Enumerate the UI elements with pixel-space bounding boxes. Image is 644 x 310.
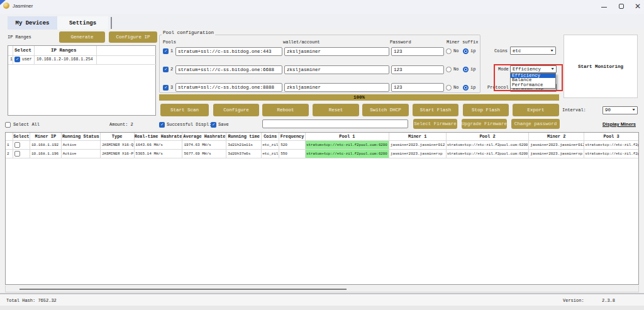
pool2-wallet-input[interactable]	[284, 65, 389, 74]
header-cell-running-time: Running time	[226, 133, 262, 140]
pool1-checkbox[interactable]: ✓	[163, 48, 169, 54]
header-cell-type: Type	[101, 133, 135, 140]
reset-button[interactable]: Reset	[313, 104, 359, 116]
display-miners-link[interactable]: Display Miners	[602, 121, 636, 127]
pool3-checkbox[interactable]: ✓	[163, 85, 169, 91]
row-checkbox[interactable]	[14, 142, 20, 148]
app-icon	[3, 3, 9, 9]
chevron-down-icon: ▼	[550, 49, 553, 53]
cell-miner1: jasminer2023.jasminerxp	[389, 150, 447, 158]
cell-rownum: 1	[6, 141, 13, 149]
pool3-suffix-no-radio[interactable]	[446, 85, 452, 91]
horizontal-scrollbar-thumb[interactable]	[19, 289, 347, 290]
table-header-row: Select Miner IP Running Status Type Real…	[6, 133, 638, 141]
horizontal-scrollbar[interactable]	[5, 285, 639, 292]
pool2-suffix-ip-label: ip	[470, 67, 475, 72]
save-checkbox[interactable]: ✓	[211, 122, 216, 128]
header-cell-rownum	[6, 133, 13, 140]
stop-flash-button[interactable]: Stop Flash	[463, 104, 509, 116]
tab-strip: My Devices Settings	[0, 14, 644, 30]
pool3-suffix-no-label: No	[453, 85, 458, 90]
pool2-checkbox[interactable]: ✓	[163, 67, 169, 72]
successful-display-checkbox[interactable]: ✓	[159, 122, 165, 128]
start-flash-button[interactable]: Start Flash	[413, 104, 458, 116]
save-label: Save	[218, 122, 229, 127]
ip-row-number: 1	[10, 57, 13, 62]
check-icon: ✓	[163, 48, 169, 54]
grid-line	[8, 64, 157, 65]
tab-settings[interactable]: Settings	[57, 16, 108, 30]
row-checkbox[interactable]	[14, 151, 20, 157]
ip-ranges-listbox[interactable]: Select IP Ranges 1 ✓ user 10.168.1.2-10.…	[8, 45, 156, 116]
cell-pool3: stratum+tcp://etc-zil.f2pool.com:6200	[584, 150, 638, 158]
bottom-strip	[0, 306, 644, 310]
cell-pool3: stratum+tcp://etc-zil.f2pool.com:6200	[584, 141, 638, 149]
pool1-suffix-no-radio[interactable]	[446, 48, 452, 54]
pool3-url-input[interactable]	[175, 83, 282, 92]
pool3-wallet-input[interactable]	[284, 83, 389, 92]
pool2-password-input[interactable]	[391, 65, 444, 74]
cell-select	[13, 150, 30, 158]
pool1-number: 1	[170, 48, 173, 53]
header-cell-miner2: Miner 2	[529, 133, 584, 140]
minimize-button[interactable]	[596, 0, 612, 12]
pool1-url-input[interactable]	[175, 47, 282, 56]
pool3-suffix-ip-radio[interactable]	[463, 85, 469, 91]
coins-select[interactable]: etc ▼	[510, 47, 556, 55]
pool2-suffix-no-radio[interactable]	[446, 67, 452, 72]
cell-rownum: 2	[6, 150, 13, 158]
interval-value: 90	[605, 108, 611, 113]
miners-table: Select Miner IP Running Status Type Real…	[5, 132, 639, 285]
cell-running-status: Active	[62, 141, 101, 149]
minimize-icon	[601, 7, 607, 8]
pool2-number: 2	[170, 67, 173, 72]
header-cell-running-status: Running Status	[62, 133, 101, 140]
export-button[interactable]: Export	[513, 104, 559, 116]
start-monitoring-button[interactable]: Start Monitoring	[564, 35, 638, 98]
pool1-wallet-input[interactable]	[284, 47, 389, 56]
cell-frequency: 550	[279, 150, 306, 158]
close-button[interactable]: ✕	[630, 0, 644, 12]
reboot-button[interactable]: Reboot	[262, 104, 309, 116]
cell-miner2: jasminer2023.jasminerxp	[529, 150, 584, 158]
pool3-suffix-ip-label: ip	[470, 85, 475, 90]
header-cell-average-hashrate: Average Hashrate	[182, 133, 226, 140]
pool2-url-input[interactable]	[175, 65, 282, 74]
header-cell-miner-ip: Miner IP	[30, 133, 62, 140]
window-title: Jasminer	[13, 3, 33, 9]
pool2-suffix-ip-radio[interactable]	[463, 67, 469, 72]
cell-miner1: jasminer2023.jasminer012	[389, 141, 447, 149]
check-icon: ✓	[159, 122, 165, 128]
ip-ranges-label: IP Ranges	[8, 35, 31, 40]
interval-select[interactable]: 90 ▼	[602, 106, 638, 114]
grid-line	[8, 55, 157, 56]
pool1-password-input[interactable]	[391, 47, 444, 56]
pools-label: Pools	[163, 40, 176, 45]
table-row: 1 10.168.1.192 Active JASMINER X16-Q 164…	[6, 141, 638, 150]
configure-button[interactable]: Configure	[213, 104, 259, 116]
cell-select	[13, 141, 30, 149]
cell-frequency: 520	[279, 141, 306, 149]
table-row: 2 10.168.1.196 Active JASMINER X16-P 536…	[6, 150, 638, 158]
configure-ip-button[interactable]: Configure IP	[109, 31, 157, 43]
pool3-password-input[interactable]	[391, 83, 444, 92]
header-cell-miner1: Miner 1	[389, 133, 447, 140]
generate-button[interactable]: Generate	[59, 31, 105, 43]
switch-dhcp-button[interactable]: Switch DHCP	[362, 104, 409, 116]
tab-my-devices[interactable]: My Devices	[8, 16, 57, 30]
change-password-button[interactable]: Change password	[511, 119, 560, 129]
ip-row-checkbox[interactable]: ✓	[14, 57, 20, 62]
tab-divider	[111, 17, 112, 29]
header-cell-coins: Coins	[262, 133, 279, 140]
cell-running-time: 3d20h37m6s	[226, 150, 262, 158]
upgrade-firmware-button[interactable]: Upgrade Firmware	[462, 119, 507, 129]
pool1-suffix-ip-radio[interactable]	[463, 48, 469, 54]
select-all-checkbox[interactable]	[5, 122, 11, 128]
start-scan-button[interactable]: Start Scan	[160, 104, 209, 116]
status-bar: Total Hash: 7652.32 Version: 2.3.8	[0, 294, 644, 306]
version-label: Version:	[563, 298, 584, 303]
select-firmware-button[interactable]: Select Firmware	[413, 119, 457, 129]
maximize-button[interactable]	[613, 0, 630, 12]
firmware-path-input[interactable]	[262, 119, 408, 128]
header-cell-pool2: Pool 2	[447, 133, 530, 140]
